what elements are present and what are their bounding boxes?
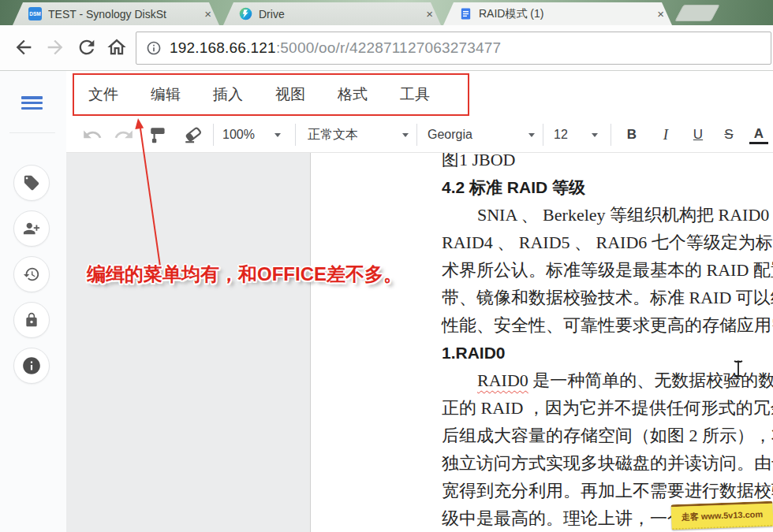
undo-icon[interactable]	[82, 125, 103, 145]
doc-line: 独立访问方式实现多块磁盘的并读访问。由于可以并发执行 I/O 操作，总线带	[442, 449, 773, 477]
tab-title: TEST - Synology DiskSt	[48, 8, 200, 20]
tab-close-icon[interactable]: ×	[426, 8, 433, 20]
tab-title: RAID模式 (1)	[479, 7, 652, 21]
doc-heading: 4.2 标准 RAID 等级	[442, 173, 773, 201]
chevron-down-icon	[402, 133, 409, 137]
document-canvas[interactable]: 图1 JBOD 4.2 标准 RAID 等级 SNIA 、 Berkeley 等…	[66, 153, 773, 532]
forward-icon[interactable]	[44, 36, 66, 58]
editor-menu-bar: 文件 编辑 插入 视图 格式 工具	[66, 71, 773, 117]
version-history-button[interactable]	[13, 256, 50, 292]
address-bar[interactable]: 192.168.66.121:5000/oo/r/422871127063273…	[136, 32, 771, 65]
toolbar-separator	[295, 124, 296, 146]
doc-line-text: 是一种简单的、无数据校验的数据条带化技术。实际上不是一种真	[528, 370, 773, 390]
home-icon[interactable]	[106, 36, 128, 58]
lock-icon	[24, 312, 39, 328]
document-text: 图1 JBOD 4.2 标准 RAID 等级 SNIA 、 Berkeley 等…	[442, 153, 773, 532]
info-button[interactable]	[13, 348, 50, 384]
doc-line: RAID0 是一种简单的、无数据校验的数据条带化技术。实际上不是一种真	[442, 366, 773, 394]
url-text: 192.168.66.121:5000/oo/r/422871127063273…	[170, 39, 501, 57]
doc-line: 后组成大容量的存储空间（如图 2 所示），将数据分散存储在所有磁盘中，以	[442, 422, 773, 449]
workspace: 文件 编辑 插入 视图 格式 工具	[0, 71, 773, 532]
info-icon	[21, 355, 42, 376]
browser-toolbar: 192.168.66.121:5000/oo/r/422871127063273…	[0, 25, 773, 71]
page-info-icon[interactable]	[146, 40, 162, 56]
doc-line: 正的 RAID ，因为它并不提供任何形式的冗余策略。RAID0 将所在磁盘条带化	[442, 394, 773, 422]
bold-button[interactable]: B	[622, 125, 641, 144]
person-add-icon	[23, 220, 40, 237]
doc-heading: 1.RAID0	[442, 339, 773, 366]
url-path: :5000/oo/r/422871127063273477	[276, 39, 501, 56]
doc-line: 性能、安全性、可靠性要求更高的存储应用需求。	[442, 311, 773, 339]
menu-edit[interactable]: 编辑	[151, 84, 181, 105]
tag-icon	[23, 174, 40, 192]
paragraph-style-select[interactable]: 正常文本	[308, 125, 409, 144]
menu-view[interactable]: 视图	[275, 84, 305, 105]
strikethrough-button[interactable]: S	[719, 125, 738, 144]
menu-file[interactable]: 文件	[88, 84, 118, 105]
browser-window: DSM TEST - Synology DiskSt × Drive × RA	[0, 0, 773, 532]
text-color-button[interactable]: A	[749, 125, 768, 144]
tab-close-icon[interactable]: ×	[204, 8, 211, 20]
reload-icon[interactable]	[76, 36, 98, 58]
synology-drive-favicon-icon	[239, 7, 252, 20]
tab-raid-document[interactable]: RAID模式 (1) ×	[443, 2, 672, 25]
toolbar-separator	[611, 124, 611, 146]
document-editor: 文件 编辑 插入 视图 格式 工具	[66, 71, 773, 532]
history-icon	[23, 266, 40, 283]
tab-synology-dsm[interactable]: DSM TEST - Synology DiskSt ×	[13, 2, 219, 25]
tab-title: Drive	[259, 8, 421, 20]
zoom-value: 100%	[222, 128, 255, 142]
doc-line: 图1 JBOD	[442, 153, 773, 173]
sidebar-divider	[9, 132, 55, 133]
doc-line: RAID4 、 RAID5 、 RAID6 七个等级定为标准的 RAID 等级，…	[442, 229, 773, 256]
doc-line: 术界所公认。标准等级是最基本的 RAID 配置集合，单独或综合利用数据条	[442, 256, 773, 284]
toolbar-separator	[213, 124, 214, 146]
eraser-icon[interactable]	[183, 125, 204, 145]
misspelled-word: RAID0	[477, 370, 528, 390]
document-favicon-icon	[459, 7, 472, 20]
menu-tools[interactable]: 工具	[400, 84, 430, 105]
editor-toolbar: 100% 正常文本 Georgia 12	[66, 117, 773, 153]
doc-line: 宽得到充分利用。再加上不需要进行数据校验，RAID0 的性能在所有 RAID 等	[442, 477, 773, 504]
italic-button[interactable]: I	[656, 125, 675, 144]
paint-format-icon[interactable]	[148, 125, 169, 145]
label-button[interactable]	[13, 165, 50, 201]
menu-icon[interactable]	[21, 96, 43, 110]
new-tab-button[interactable]	[674, 5, 719, 21]
menu-format[interactable]: 格式	[338, 84, 368, 105]
doc-line: 级中是最高的。理论上讲，一个由 n 块磁盘组成的 RAID0，它的读写性能是单	[442, 504, 773, 532]
zoom-select[interactable]: 100%	[222, 125, 281, 144]
font-family-value: Georgia	[428, 128, 472, 142]
chevron-down-icon	[592, 133, 598, 137]
tab-close-icon[interactable]: ×	[657, 8, 664, 20]
document-page[interactable]: 图1 JBOD 4.2 标准 RAID 等级 SNIA 、 Berkeley 等…	[310, 153, 773, 532]
toolbar-separator	[416, 124, 417, 146]
toolbar-separator	[543, 124, 543, 146]
doc-line: SNIA 、 Berkeley 等组织机构把 RAID0 、 RAID1 、 R…	[442, 201, 773, 229]
font-size-value: 12	[554, 128, 568, 142]
chevron-down-icon	[274, 133, 281, 137]
chevron-down-icon	[528, 133, 535, 137]
font-size-select[interactable]: 12	[554, 125, 598, 144]
font-family-select[interactable]: Georgia	[428, 125, 535, 144]
left-sidebar	[0, 71, 66, 532]
tab-bar: DSM TEST - Synology DiskSt × Drive × RA	[0, 0, 773, 25]
paragraph-style-value: 正常文本	[308, 127, 358, 143]
lock-button[interactable]	[13, 302, 50, 338]
tab-drive[interactable]: Drive ×	[223, 2, 441, 25]
doc-line: 带、镜像和数据校验技术。标准 RAID 可以组合，即 RAID 组合等级，满足对	[442, 284, 773, 311]
dsm-favicon-icon: DSM	[28, 7, 42, 20]
share-button[interactable]	[13, 210, 50, 247]
url-host: 192.168.66.121	[170, 39, 276, 56]
back-icon[interactable]	[13, 36, 35, 58]
underline-button[interactable]: U	[689, 125, 708, 144]
menu-insert[interactable]: 插入	[213, 84, 243, 105]
redo-icon[interactable]	[114, 125, 134, 145]
